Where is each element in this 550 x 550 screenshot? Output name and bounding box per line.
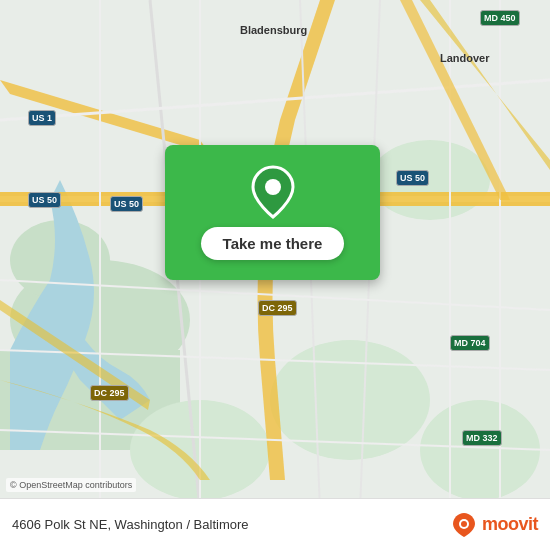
bottom-bar: 4606 Polk St NE, Washington / Baltimore … <box>0 498 550 550</box>
svg-point-6 <box>420 400 540 500</box>
shield-md704: MD 704 <box>450 335 490 351</box>
svg-point-21 <box>265 179 281 195</box>
location-pin-icon <box>251 165 295 219</box>
map-container: US 1 US 50 US 50 US 50 DC 295 DC 295 MD … <box>0 0 550 550</box>
svg-point-4 <box>370 140 490 220</box>
shield-dc295-btm: DC 295 <box>90 385 129 401</box>
overlay-box: Take me there <box>165 145 380 280</box>
map-label-landover: Landover <box>440 52 490 64</box>
svg-point-23 <box>461 521 467 527</box>
shield-md450: MD 450 <box>480 10 520 26</box>
shield-us50-left: US 50 <box>28 192 61 208</box>
shield-us50-mid: US 50 <box>110 196 143 212</box>
osm-attribution: © OpenStreetMap contributors <box>6 478 136 492</box>
shield-dc295-mid: DC 295 <box>258 300 297 316</box>
moovit-logo: moovit <box>450 511 538 539</box>
take-me-there-button[interactable]: Take me there <box>201 227 345 260</box>
shield-us1: US 1 <box>28 110 56 126</box>
shield-md332: MD 332 <box>462 430 502 446</box>
map-label-bladensburg: Bladensburg <box>240 24 307 36</box>
address-label: 4606 Polk St NE, Washington / Baltimore <box>12 517 249 532</box>
moovit-icon <box>450 511 478 539</box>
moovit-text: moovit <box>482 514 538 535</box>
shield-us50-right: US 50 <box>396 170 429 186</box>
